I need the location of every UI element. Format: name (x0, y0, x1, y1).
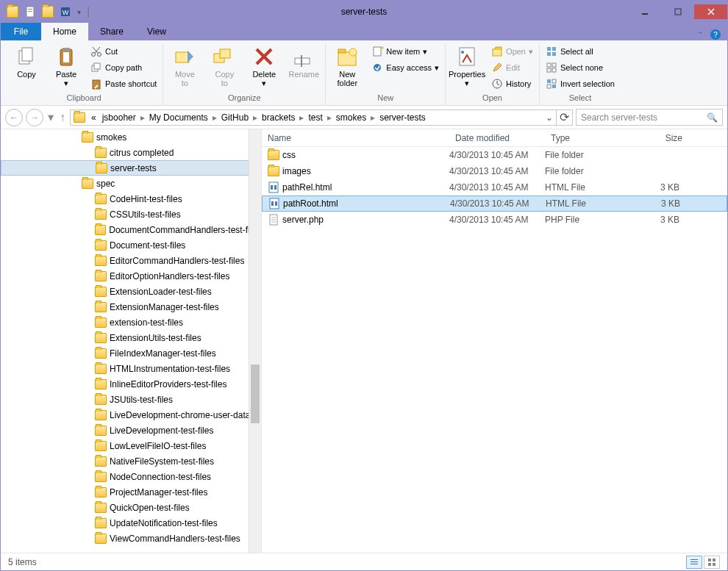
forward-button[interactable]: → (26, 109, 43, 126)
column-size[interactable]: Size (640, 133, 688, 143)
history-button[interactable]: History (488, 76, 536, 92)
close-button[interactable] (694, 4, 727, 19)
tree-item[interactable]: ExtensionUtils-test-files (1, 330, 261, 345)
search-box[interactable]: Search server-tests 🔍 (576, 109, 723, 126)
details-view-button[interactable] (686, 556, 702, 569)
breadcrumb-separator-icon[interactable]: ▸ (369, 112, 377, 123)
tree-item[interactable]: LiveDevelopment-test-files (1, 423, 261, 438)
file-row[interactable]: pathRel.html4/30/2013 10:45 AMHTML File3… (262, 179, 727, 195)
tree-item[interactable]: LiveDevelopment-chrome-user-data (1, 407, 261, 423)
column-headers[interactable]: Name Date modified Type Size (262, 129, 727, 147)
tree-item[interactable]: Document-test-files (1, 237, 261, 253)
cut-button[interactable]: Cut (88, 43, 160, 60)
tree-item[interactable]: smokes (1, 129, 261, 145)
copy-button[interactable]: Copy (8, 43, 45, 79)
tree-item[interactable]: CodeHint-test-files (1, 191, 261, 207)
invert-selection-button[interactable]: Invert selection (543, 76, 618, 92)
tree-item[interactable]: FileIndexManager-test-files (1, 345, 261, 361)
breadcrumb-item[interactable]: smokes (333, 112, 369, 123)
breadcrumb-item[interactable]: server-tests (377, 112, 429, 123)
tree-item[interactable]: ViewCommandHandlers-test-files (1, 531, 261, 546)
nav-scrollbar[interactable] (249, 129, 261, 553)
minimize-button[interactable] (628, 4, 661, 19)
tree-item[interactable]: NativeFileSystem-test-files (1, 453, 261, 469)
breadcrumb-separator-icon[interactable]: ▸ (298, 112, 305, 123)
tree-item[interactable]: HTMLInstrumentation-test-files (1, 361, 261, 376)
back-button[interactable]: ← (5, 109, 23, 126)
home-tab[interactable]: Home (41, 23, 88, 40)
tree-item[interactable]: server-tests (1, 160, 261, 176)
easy-access-button[interactable]: Easy access ▾ (368, 60, 442, 76)
address-bar[interactable]: « jsbooher▸My Documents▸GitHub▸brackets▸… (70, 109, 557, 126)
edit-button[interactable]: Edit (488, 60, 536, 76)
new-folder-button[interactable]: New folder (329, 43, 365, 87)
copy-path-button[interactable]: Copy path (88, 60, 160, 76)
file-row[interactable]: images4/30/2013 10:45 AMFile folder (262, 163, 727, 179)
folder-icon[interactable] (7, 6, 18, 18)
address-dropdown-icon[interactable]: ⌄ (546, 112, 553, 123)
tree-item[interactable]: UpdateNotification-test-files (1, 515, 261, 531)
breadcrumb-overflow[interactable]: « (88, 112, 99, 123)
breadcrumb-item[interactable]: My Documents (146, 112, 211, 123)
file-list[interactable]: Name Date modified Type Size css4/30/201… (262, 129, 727, 553)
icons-view-button[interactable] (704, 556, 720, 569)
copy-to-button[interactable]: Copy to (206, 43, 243, 87)
tree-item[interactable]: EditorOptionHandlers-test-files (1, 268, 261, 284)
tree-item[interactable]: JSUtils-test-files (1, 392, 261, 407)
word-icon[interactable]: W (60, 6, 71, 18)
tree-item[interactable]: ExtensionManager-test-files (1, 299, 261, 315)
breadcrumb-item[interactable]: GitHub (218, 112, 251, 123)
tree-item[interactable]: NodeConnection-test-files (1, 469, 261, 484)
scrollbar-thumb[interactable] (251, 364, 260, 423)
breadcrumb-separator-icon[interactable]: ▸ (139, 112, 146, 123)
tree-item[interactable]: LowLevelFileIO-test-files (1, 438, 261, 453)
tree-item[interactable]: spec (1, 176, 261, 191)
help-icon[interactable]: ? (710, 29, 721, 40)
breadcrumb-separator-icon[interactable]: ▸ (251, 112, 259, 123)
column-type[interactable]: Type (545, 133, 640, 143)
rename-button[interactable]: Rename (285, 43, 322, 79)
open-button[interactable]: Open ▾ (488, 43, 536, 60)
new-item-button[interactable]: ✦New item ▾ (368, 43, 442, 60)
folder-icon (95, 209, 107, 220)
tree-item[interactable]: citrus completed (1, 145, 261, 160)
file-row[interactable]: server.php4/30/2013 10:45 AMPHP File3 KB (262, 212, 727, 228)
tree-item[interactable]: EditorCommandHandlers-test-files (1, 253, 261, 268)
tree-item[interactable]: extension-test-files (1, 315, 261, 330)
tree-item[interactable]: InlineEditorProviders-test-files (1, 376, 261, 392)
recent-locations-button[interactable]: ▾ (46, 110, 55, 124)
column-name[interactable]: Name (262, 133, 449, 143)
up-button[interactable]: ↑ (58, 111, 67, 124)
select-none-button[interactable]: Select none (543, 60, 618, 76)
breadcrumb-separator-icon[interactable]: ▸ (211, 112, 218, 123)
view-tab[interactable]: View (135, 23, 178, 40)
properties-button[interactable]: Properties▾ (449, 43, 485, 87)
share-tab[interactable]: Share (88, 23, 135, 40)
breadcrumb-separator-icon[interactable]: ▸ (326, 112, 333, 123)
maximize-button[interactable] (661, 4, 694, 19)
minimize-ribbon-icon[interactable]: ⌃ (697, 30, 704, 40)
folder-icon[interactable] (42, 6, 54, 18)
paste-button[interactable]: Paste▾ (48, 43, 85, 87)
tree-item-label: NodeConnection-test-files (110, 472, 211, 482)
breadcrumb-item[interactable]: test (305, 112, 325, 123)
tree-item[interactable]: ExtensionLoader-test-files (1, 284, 261, 299)
qat-dropdown-icon[interactable]: ▾ (77, 8, 81, 16)
column-date[interactable]: Date modified (449, 133, 545, 143)
tree-item[interactable]: DocumentCommandHandlers-test-files (1, 222, 261, 237)
breadcrumb-item[interactable]: jsbooher (99, 112, 139, 123)
document-icon[interactable] (24, 6, 36, 18)
navigation-pane[interactable]: smokescitrus completedserver-testsspecCo… (1, 129, 262, 553)
file-tab[interactable]: File (1, 23, 41, 40)
breadcrumb-item[interactable]: brackets (259, 112, 298, 123)
refresh-button[interactable]: ⟳ (557, 109, 573, 126)
paste-shortcut-button[interactable]: Paste shortcut (88, 76, 160, 92)
delete-button[interactable]: Delete▾ (246, 43, 282, 87)
file-row[interactable]: css4/30/2013 10:45 AMFile folder (262, 147, 727, 163)
tree-item[interactable]: QuickOpen-test-files (1, 500, 261, 515)
file-row[interactable]: pathRoot.html4/30/2013 10:45 AMHTML File… (262, 195, 727, 212)
select-all-button[interactable]: Select all (543, 43, 618, 60)
tree-item[interactable]: CSSUtils-test-files (1, 207, 261, 222)
move-to-button[interactable]: Move to (166, 43, 203, 87)
tree-item[interactable]: ProjectManager-test-files (1, 484, 261, 500)
